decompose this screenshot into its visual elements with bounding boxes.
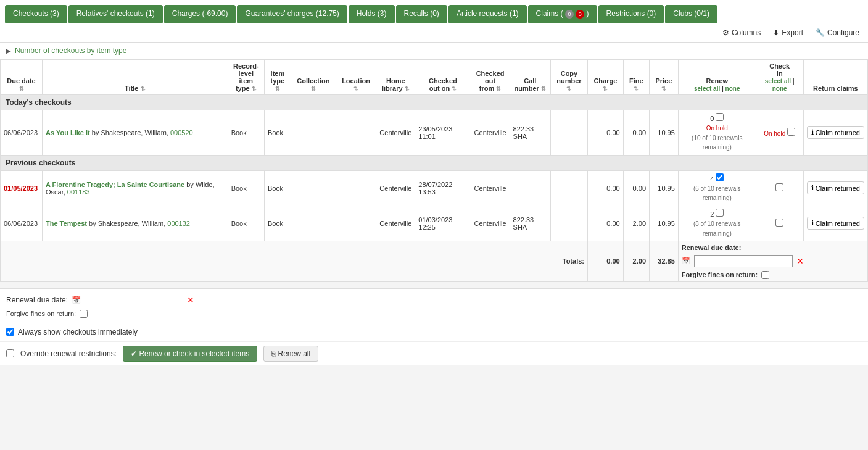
col-call-number[interactable]: Callnumber ⇅: [510, 60, 550, 95]
renew-checkbox[interactable]: [716, 209, 724, 217]
override-renewal-checkbox[interactable]: [6, 349, 14, 357]
totals-renewal-section: Renewal due date: 📅 ✕ Forgive fines on r…: [678, 241, 867, 281]
col-item-type[interactable]: Itemtype ⇅: [264, 60, 291, 95]
title-link[interactable]: The Tempest: [46, 220, 87, 227]
info-icon: ℹ: [811, 219, 814, 227]
price-cell: 10.95: [650, 206, 679, 241]
col-copy-number[interactable]: Copynumber ⇅: [550, 60, 587, 95]
renew-select-all[interactable]: select all: [694, 85, 720, 92]
tab-charges--6900[interactable]: Charges (-69.00): [164, 5, 236, 23]
tab-article-requests-1[interactable]: Article requests (1): [448, 5, 527, 23]
copy-number-cell: [550, 170, 587, 206]
previous-section-header: Previous checkouts: [1, 155, 868, 170]
table-row: 01/05/2023 A Florentine Tragedy; La Sain…: [1, 170, 868, 206]
renew-checkbox[interactable]: [716, 113, 724, 121]
col-record-item-type[interactable]: Record-level itemtype ⇅: [228, 60, 264, 95]
col-renew: Renew select all | none: [678, 60, 756, 95]
collection-cell: [291, 206, 336, 241]
clear-date-button-inline[interactable]: ✕: [796, 256, 804, 266]
configure-button[interactable]: 🔧 Configure: [813, 27, 862, 38]
check-in-cell: [756, 170, 803, 206]
tab-clubs-01[interactable]: Clubs (0/1): [665, 5, 717, 23]
record-item-type-cell: Book: [228, 206, 264, 241]
tab-restrictions-0[interactable]: Restrictions (0): [598, 5, 664, 23]
location-cell: [336, 170, 376, 206]
tab-relatives-checkouts-1[interactable]: Relatives' checkouts (1): [68, 5, 163, 23]
check-in-cell: On hold: [756, 110, 803, 156]
check-in-checkbox[interactable]: [775, 219, 783, 227]
tab-recalls-0[interactable]: Recalls (0): [396, 5, 447, 23]
col-collection[interactable]: Collection ⇅: [291, 60, 336, 95]
return-claims-cell: ℹ Claim returned: [803, 206, 867, 241]
col-home-library[interactable]: Homelibrary ⇅: [376, 60, 415, 95]
record-item-type-cell: Book: [228, 170, 264, 206]
clear-renewal-date-button[interactable]: ✕: [187, 295, 194, 305]
info-icon: ℹ: [811, 184, 814, 192]
renewal-date-input-inline[interactable]: [694, 255, 793, 267]
claim-returned-button[interactable]: ℹ Claim returned: [807, 181, 864, 194]
forgive-checkbox-inline[interactable]: [761, 271, 769, 279]
tab-checkouts-3[interactable]: Checkouts (3): [5, 5, 67, 23]
return-claims-cell: ℹ Claim returned: [803, 110, 867, 156]
renewal-due-date-label: Renewal due date:: [6, 296, 68, 304]
always-show-checkbox[interactable]: [6, 328, 14, 336]
claim-returned-button[interactable]: ℹ Claim returned: [807, 217, 864, 230]
renew-selected-button[interactable]: ✔ Renew or check in selected items: [123, 346, 257, 362]
forgive-fines-label: Forgive fines on return:: [6, 310, 76, 317]
title-link[interactable]: A Florentine Tragedy; La Sainte Courtisa…: [46, 181, 184, 188]
claim-btn-label: Claim returned: [816, 129, 860, 136]
columns-button[interactable]: ⚙ Columns: [720, 27, 763, 38]
col-charge[interactable]: Charge ⇅: [588, 60, 624, 95]
col-location[interactable]: Location ⇅: [336, 60, 376, 95]
always-show-label: Always show checkouts immediately: [18, 328, 138, 336]
col-checked-out-from[interactable]: Checkedoutfrom ⇅: [471, 60, 510, 95]
renew-all-label: Renew all: [278, 349, 311, 358]
columns-label: Columns: [732, 28, 761, 37]
renew-all-button[interactable]: ⎘ Renew all: [263, 346, 318, 362]
checkin-select-none[interactable]: none: [772, 85, 787, 92]
summary-row[interactable]: ▶ Number of checkouts by item type: [0, 43, 868, 59]
renew-selected-label: Renew or check in selected items: [139, 349, 249, 358]
author-text: by Shakespeare, William,: [89, 220, 167, 227]
item-type-cell: Book: [264, 110, 291, 156]
title-link[interactable]: As You Like It: [46, 129, 90, 136]
item-id-link[interactable]: 000520: [170, 129, 193, 136]
item-type-cell: Book: [264, 206, 291, 241]
download-icon: ⬇: [773, 28, 779, 37]
call-number-cell: [510, 170, 550, 206]
renew-select-none[interactable]: none: [725, 85, 740, 92]
item-id-link[interactable]: 001183: [67, 188, 90, 196]
item-id-link[interactable]: 000132: [167, 220, 190, 227]
forgive-fines-checkbox[interactable]: [80, 310, 88, 318]
location-cell: [336, 110, 376, 156]
price-cell: 10.95: [650, 170, 679, 206]
copy-icon: ⎘: [271, 349, 276, 358]
tab-guarantees-charges-1275[interactable]: Guarantees' charges (12.75): [237, 5, 347, 23]
claim-returned-button[interactable]: ℹ Claim returned: [807, 126, 864, 139]
renew-checkbox[interactable]: [716, 173, 724, 181]
home-library-cell: Centerville: [376, 110, 415, 156]
table-row: 06/06/2023 As You Like It by Shakespeare…: [1, 110, 868, 156]
col-title[interactable]: Title ⇅: [43, 60, 228, 95]
charge-cell: 0.00: [588, 110, 624, 156]
item-type-cell: Book: [264, 170, 291, 206]
check-in-checkbox[interactable]: [775, 183, 783, 191]
col-fine[interactable]: Fine ⇅: [623, 60, 649, 95]
checkin-select-all[interactable]: select all: [765, 78, 791, 85]
totals-label: Totals:: [1, 241, 588, 281]
export-button[interactable]: ⬇ Export: [771, 27, 806, 38]
col-checked-out-on[interactable]: Checkedout on ⇅: [415, 60, 471, 95]
wrench-icon: 🔧: [816, 28, 825, 37]
calendar-icon: 📅: [72, 296, 81, 304]
col-check-in: Checkin select all | none: [756, 60, 803, 95]
renew-cell: 2 (8 of 10 renewals remaining): [678, 206, 756, 241]
renew-status: On hold: [706, 125, 728, 131]
always-show-row: Always show checkouts immediately: [0, 323, 868, 341]
check-in-checkbox[interactable]: [787, 128, 795, 136]
forgive-label-inline: Forgive fines on return:: [682, 271, 758, 278]
tab-claims--0-0-[interactable]: Claims ( 0 0 ): [528, 5, 597, 23]
tab-holds-3[interactable]: Holds (3): [349, 5, 395, 23]
renewal-due-date-input[interactable]: [85, 294, 183, 306]
col-price[interactable]: Price ⇅: [650, 60, 679, 95]
col-due-date[interactable]: Due date ⇅: [1, 60, 43, 95]
